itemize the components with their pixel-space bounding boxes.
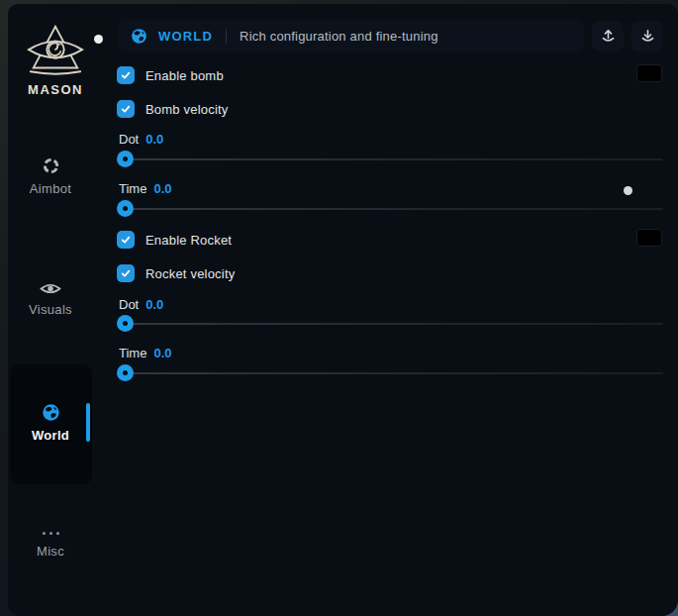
enable-rocket-label: Enable Rocket (145, 233, 232, 248)
slider-value: 0.0 (153, 181, 171, 196)
rocket-dot-slider-handle[interactable] (117, 315, 134, 332)
check-icon (120, 69, 132, 81)
bomb-velocity-row: Bomb velocity (117, 100, 229, 118)
rocket-velocity-checkbox[interactable] (117, 264, 135, 282)
slider-value: 0.0 (145, 297, 163, 312)
rocket-color-swatch[interactable] (636, 229, 662, 247)
enable-bomb-label: Enable bomb (145, 68, 224, 83)
sidebar-item-label: Aimbot (0, 181, 101, 196)
check-icon (120, 103, 132, 115)
export-config-button[interactable] (592, 21, 624, 51)
globe-icon (42, 403, 60, 422)
bomb-velocity-label: Bomb velocity (145, 102, 229, 117)
rocket-time-label-row: Time 0.0 (119, 346, 171, 359)
rocket-time-slider-handle[interactable] (117, 364, 134, 381)
enable-rocket-row: Enable Rocket (117, 231, 232, 249)
slider-label: Dot (119, 132, 139, 147)
slider-label: Time (119, 181, 146, 196)
app-root: MASON Aimbot Visuals World Misc (0, 0, 678, 616)
page-header: WORLD Rich configuration and fine-tuning (119, 20, 584, 51)
rocket-dot-label-row: Dot 0.0 (119, 297, 163, 311)
cursor-dot (94, 35, 103, 44)
bomb-velocity-checkbox[interactable] (117, 100, 135, 118)
sidebar-item-label: Visuals (0, 302, 101, 317)
globe-icon (131, 28, 147, 45)
sidebar-item-misc[interactable]: Misc (0, 532, 101, 559)
bomb-dot-slider-handle[interactable] (117, 151, 134, 167)
ellipsis-icon (0, 532, 101, 535)
rocket-velocity-label: Rocket velocity (145, 266, 235, 281)
brand-name: MASON (0, 82, 111, 97)
cursor-dot (624, 186, 632, 195)
slider-label: Dot (119, 297, 139, 312)
enable-bomb-row: Enable bomb (117, 66, 224, 84)
rocket-velocity-row: Rocket velocity (117, 264, 235, 282)
bomb-dot-label-row: Dot 0.0 (119, 132, 163, 146)
slider-value: 0.0 (145, 132, 163, 147)
crosshair-icon (42, 156, 60, 175)
sidebar-item-aimbot[interactable]: Aimbot (0, 156, 101, 196)
page-subtitle: Rich configuration and fine-tuning (240, 29, 437, 44)
enable-bomb-checkbox[interactable] (117, 66, 135, 84)
bomb-time-label-row: Time 0.0 (119, 181, 171, 195)
bomb-dot-slider-track[interactable] (119, 158, 663, 160)
upload-icon (600, 28, 617, 45)
enable-rocket-checkbox[interactable] (117, 231, 135, 249)
slider-label: Time (119, 346, 146, 360)
bomb-time-slider-track[interactable] (119, 208, 663, 210)
import-config-button[interactable] (631, 21, 663, 51)
check-icon (120, 267, 132, 279)
bomb-time-slider-handle[interactable] (117, 200, 134, 217)
eye-icon (40, 281, 61, 296)
mason-logo-icon (27, 24, 84, 79)
rocket-time-slider-track[interactable] (119, 372, 663, 374)
sidebar-item-label: Misc (0, 544, 101, 559)
sidebar-item-visuals[interactable]: Visuals (0, 281, 101, 317)
slider-value: 0.0 (153, 346, 171, 360)
bomb-color-swatch[interactable] (636, 64, 662, 82)
check-icon (120, 234, 132, 246)
divider (226, 29, 227, 44)
download-icon (639, 28, 656, 45)
rocket-dot-slider-track[interactable] (119, 323, 663, 325)
page-title: WORLD (158, 29, 213, 44)
active-tab-indicator (86, 403, 90, 442)
